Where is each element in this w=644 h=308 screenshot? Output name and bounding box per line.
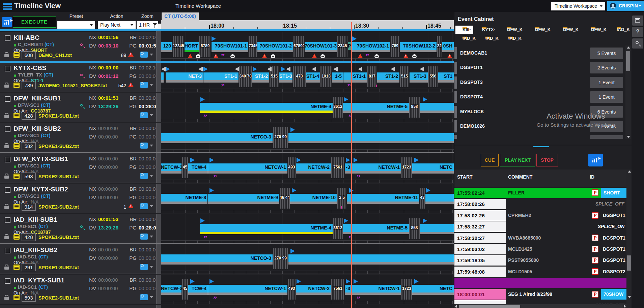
clip-caret-icon[interactable] bbox=[150, 114, 153, 116]
timeline-short-events[interactable]: 270 99 bbox=[273, 127, 288, 148]
cabinet-item[interactable]: DGSPOT12 Events bbox=[454, 61, 625, 74]
clip-icon[interactable] bbox=[140, 173, 148, 179]
clip-caret-icon[interactable] bbox=[150, 236, 153, 238]
event-row[interactable]: 17:58:02:26CPRMEH2PDGSPOT1 bbox=[454, 210, 626, 221]
timeline-event[interactable]: NETME-11 bbox=[347, 194, 419, 202]
timeline-event[interactable]: NETCW-2 bbox=[296, 163, 331, 171]
channel-row[interactable]: IAD_KYTX-SUB2 bbox=[0, 305, 156, 308]
clip-icon[interactable] bbox=[140, 82, 148, 88]
timeline-event[interactable]: TCW-4 bbox=[188, 163, 208, 171]
clip-icon[interactable] bbox=[140, 203, 148, 209]
timeline-event[interactable]: NETCW-1 bbox=[352, 285, 401, 292]
action-select[interactable]: Play Next bbox=[98, 21, 136, 29]
timeline-short-events[interactable]: 858 bbox=[409, 218, 420, 239]
timeline-event[interactable]: NETCW-1 bbox=[208, 285, 287, 292]
timeline-short-events[interactable]: 22 bbox=[437, 36, 442, 57]
timeline-event[interactable]: 70SHOW102-2 bbox=[400, 42, 437, 50]
timeline-event[interactable]: NETME-5 bbox=[343, 224, 409, 232]
timeline-row[interactable]: NETCO-3270 99 bbox=[161, 123, 454, 152]
timeline-short-events[interactable]: 46 44 bbox=[280, 188, 290, 209]
timeline-event[interactable]: NETCW-3 bbox=[161, 285, 181, 292]
channel-row[interactable]: KIII-ABCC_CHRISTI(CT)On-Air: SHORT608DEM… bbox=[0, 32, 156, 61]
channel-row[interactable]: KYTX-CBSTYLER_TX(CT)On-Air: ST1-1789JWDE… bbox=[0, 62, 156, 92]
event-row[interactable]: 18:00:00:01SEG 1 Aired 8/23/98P70SHOW bbox=[454, 289, 626, 300]
event-row[interactable]: 17:58:32:27SPLICE_ON bbox=[454, 221, 626, 232]
timeline-short-events[interactable]: 43 bbox=[420, 188, 425, 209]
cabinet-tab[interactable]: DFW_K bbox=[556, 26, 576, 34]
cabinet-item[interactable] bbox=[454, 134, 625, 139]
channel-row[interactable]: IAD_KIII-SUB1IAD-SC1(CT)On-Air: CC187874… bbox=[0, 214, 156, 243]
timeline-row[interactable]: NETCW-345TCW-4NETCW-1493NETCW-27561-3NET… bbox=[161, 153, 454, 183]
timeline-ruler[interactable]: 18:0018:1518:3018:45 bbox=[161, 20, 454, 30]
timeline-short-events[interactable]: 45 bbox=[182, 279, 188, 300]
timeline-icon-button[interactable] bbox=[2, 17, 12, 27]
timeline-event[interactable]: NETME-5 bbox=[343, 103, 409, 111]
timeline-short-events[interactable]: 837 bbox=[367, 66, 377, 87]
timeline-short-events[interactable]: 2345 bbox=[337, 36, 347, 57]
channel-checkbox[interactable] bbox=[5, 157, 10, 162]
timeline-event[interactable]: 70SHOW101-2 bbox=[257, 42, 293, 50]
clip-caret-icon[interactable] bbox=[150, 54, 153, 56]
timeline-event[interactable] bbox=[420, 103, 454, 111]
timeline-event[interactable]: 70SHOW101-3 bbox=[305, 42, 337, 50]
timeline-event[interactable]: HORT bbox=[185, 42, 199, 50]
timeline-event[interactable] bbox=[288, 254, 454, 262]
cabinet-item[interactable]: DEMOCAB15 Events bbox=[454, 47, 625, 60]
timeline-row[interactable]: 12012345HORT678970SHOW101-1734570SHOW101… bbox=[161, 32, 454, 61]
timeline-event[interactable]: ST1-1 bbox=[343, 72, 367, 80]
stop-button[interactable]: STOP bbox=[536, 154, 558, 166]
timeline-event[interactable]: NETCW-1 bbox=[352, 163, 401, 171]
cabinet-tab[interactable]: IAD_K bbox=[610, 26, 629, 34]
preset-select[interactable] bbox=[57, 21, 95, 29]
timeline-event[interactable]: ST1-4 bbox=[306, 72, 320, 80]
cabinet-tab[interactable]: DFW_K bbox=[500, 26, 520, 34]
channel-checkbox[interactable] bbox=[5, 217, 10, 223]
clip-icon[interactable] bbox=[140, 264, 148, 270]
timeline-event[interactable]: ST1-3 bbox=[279, 72, 292, 80]
timeline-event[interactable]: ST1 bbox=[438, 72, 454, 80]
channel-row[interactable]: DFW_KYTX-SUB2DFW-SC1(CT)On-Air: N/A914SP… bbox=[0, 184, 156, 213]
drag-handle[interactable] bbox=[454, 120, 457, 132]
menu-icon[interactable] bbox=[3, 3, 12, 10]
event-table-hscrollbar[interactable] bbox=[454, 304, 626, 308]
timeline-short-events[interactable]: 493 bbox=[288, 157, 296, 178]
user-menu-button[interactable]: CRISPIN bbox=[607, 1, 644, 11]
timeline-row[interactable]: NETME-43612NETME-5858”” bbox=[161, 214, 454, 243]
channel-checkbox[interactable] bbox=[5, 278, 10, 284]
cue-button[interactable]: CUE bbox=[481, 154, 499, 166]
channel-checkbox[interactable] bbox=[5, 66, 10, 71]
timeline-row[interactable]: NETME-8NETME-946 44NETME-102 5NETME-1143 bbox=[161, 184, 454, 213]
timeline-short-events[interactable]: 45 bbox=[182, 157, 188, 178]
timeline-event[interactable]: NETCW-3 bbox=[161, 163, 181, 171]
timeline-short-events[interactable]: 7345 bbox=[249, 36, 257, 57]
drag-handle[interactable] bbox=[454, 76, 457, 89]
channel-checkbox[interactable] bbox=[5, 187, 10, 193]
clip-icon[interactable] bbox=[140, 52, 148, 58]
clip-icon[interactable] bbox=[140, 112, 148, 118]
timeline-event[interactable]: 0SH bbox=[442, 42, 454, 50]
clip-icon[interactable] bbox=[140, 143, 148, 149]
event-count-badge[interactable]: 5 Events bbox=[590, 48, 623, 59]
cabinet-tab[interactable]: IAD_K bbox=[478, 34, 498, 42]
timeline-short-events[interactable]: 6789 bbox=[199, 36, 211, 57]
channel-checkbox[interactable] bbox=[5, 35, 10, 41]
timeline-event[interactable]: -3 bbox=[345, 285, 352, 292]
clip-icon[interactable] bbox=[140, 294, 148, 300]
cabinet-tab[interactable]: IAD_K bbox=[501, 34, 521, 42]
clip-caret-icon[interactable] bbox=[150, 296, 153, 298]
timezone-tab[interactable]: CT (UTC-5:00) bbox=[162, 12, 199, 20]
search-button[interactable] bbox=[632, 38, 643, 49]
timeline-short-events[interactable]: 858 bbox=[409, 97, 420, 118]
timeline-event[interactable]: ST1-3 bbox=[410, 72, 428, 80]
clip-caret-icon[interactable] bbox=[150, 175, 153, 177]
execute-button[interactable]: EXECUTE bbox=[13, 16, 56, 28]
cabinet-tab[interactable]: DFW_K bbox=[528, 26, 548, 34]
timeline-event[interactable]: NETME-9 bbox=[208, 194, 279, 202]
timeline-short-events[interactable]: 2 5 bbox=[337, 188, 346, 209]
timeline-short-events[interactable]: 1013 bbox=[320, 66, 332, 87]
event-row[interactable]: 17:58:32:27WVBA8685000PDGSPOT1 bbox=[454, 233, 626, 243]
timeline-row[interactable]: NET-3ST1-1340 70ST1-2515ST1-3470ST1-4101… bbox=[161, 62, 454, 92]
channel-checkbox[interactable] bbox=[5, 126, 10, 132]
timeline-event[interactable]: NETME-8 bbox=[161, 194, 207, 202]
event-row[interactable]: 17:59:48:08MCLD1505PDGSPOT2 bbox=[454, 267, 626, 277]
